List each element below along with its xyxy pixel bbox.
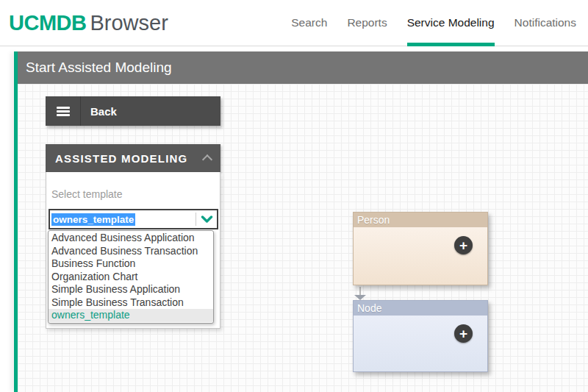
plus-icon: + (459, 327, 467, 341)
assisted-modeling-panel-header[interactable]: ASSISTED MODELING (46, 144, 220, 172)
ci-node-node[interactable]: Node + (353, 300, 488, 372)
ci-node-body: + (354, 227, 487, 285)
ci-node-body: + (354, 316, 487, 371)
top-header: UCMDB Browser Search Reports Service Mod… (0, 0, 588, 46)
nav-item-label: Search (291, 16, 327, 29)
logo-secondary: Browser (90, 11, 168, 35)
template-combobox[interactable]: owners_template (49, 209, 218, 229)
chevron-down-icon[interactable] (196, 215, 217, 224)
app-logo: UCMDB Browser (9, 11, 168, 35)
add-related-ci-button[interactable]: + (454, 236, 473, 254)
assisted-modeling-panel-body: Select template owners_template Advanced… (46, 172, 220, 329)
ci-node-title: Person (354, 213, 487, 227)
back-button[interactable]: Back (46, 96, 220, 126)
nav-item-label: Notifications (514, 16, 576, 29)
menu-toggle[interactable] (46, 96, 81, 126)
nav-item-search[interactable]: Search (291, 0, 327, 46)
dropdown-option[interactable]: Advanced Business Transaction (49, 245, 213, 258)
chevron-up-icon[interactable] (202, 154, 212, 165)
connector-arrowhead-icon (354, 295, 366, 300)
dropdown-option-selected[interactable]: owners_template (49, 309, 213, 322)
back-button-label: Back (90, 105, 117, 118)
nav-item-service-modeling[interactable]: Service Modeling (407, 0, 495, 46)
dropdown-option[interactable]: Simple Business Application (49, 283, 213, 296)
template-dropdown-list: Advanced Business Application Advanced B… (48, 230, 214, 324)
panel-title: ASSISTED MODELING (55, 152, 187, 165)
dropdown-option[interactable]: Simple Business Transaction (49, 296, 213, 310)
hamburger-icon (57, 107, 70, 116)
dropdown-option[interactable]: Business Function (49, 257, 213, 271)
dropdown-option[interactable]: Organization Chart (49, 271, 213, 284)
ucmdb-browser-window: UCMDB Browser Search Reports Service Mod… (0, 0, 588, 392)
logo-primary: UCMDB (9, 11, 86, 35)
plus-icon: + (459, 238, 467, 252)
nav-item-notifications[interactable]: Notifications (514, 0, 576, 46)
main-nav: Search Reports Service Modeling Notifica… (291, 0, 576, 46)
select-template-label: Select template (51, 188, 123, 200)
nav-item-label: Reports (347, 16, 387, 29)
relationship-connector-line (359, 287, 361, 295)
ci-node-person[interactable]: Person + (353, 212, 488, 285)
nav-item-reports[interactable]: Reports (347, 0, 387, 46)
nav-item-label: Service Modeling (407, 16, 495, 29)
template-combobox-value[interactable]: owners_template (51, 213, 135, 226)
page-title: Start Assisted Modeling (26, 60, 172, 76)
dropdown-option[interactable]: Advanced Business Application (49, 232, 213, 245)
add-related-ci-button[interactable]: + (454, 324, 473, 343)
page-title-bar: Start Assisted Modeling (18, 51, 588, 84)
ci-node-title: Node (354, 301, 487, 316)
